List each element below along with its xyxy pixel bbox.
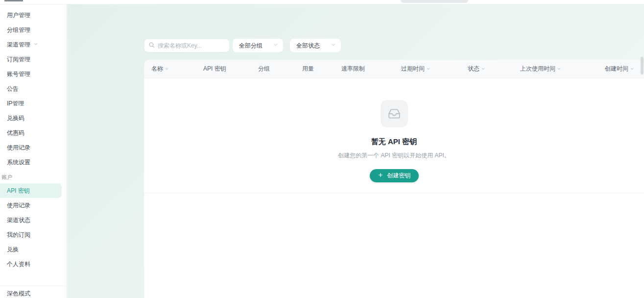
table-column-header[interactable]: 过期时间 [401,65,468,73]
table-column-header: 速率限制 [341,65,401,73]
empty-state-description: 创建您的第一个 API 密钥以开始使用 API。 [338,151,450,160]
table-column-label: 速率限制 [341,65,365,73]
table-column-header[interactable]: 上次使用时间 [520,65,605,73]
sort-chevron-icon [481,66,485,73]
sidebar-item[interactable]: 用户管理 [0,8,66,23]
sidebar-item[interactable]: API 密钥 [0,183,62,198]
sidebar-item[interactable]: 渠道管理 [0,37,66,52]
table-column-header: API 密钥 [203,65,258,73]
sidebar-item[interactable]: 公告 [0,81,66,96]
sidebar-item-label: 个人资料 [7,260,30,269]
sidebar-item-label: 兑换 [7,246,19,254]
vertical-scrollbar-thumb[interactable] [641,57,644,74]
sidebar-item[interactable]: 兑换 [0,242,66,257]
sidebar-item[interactable]: 个人资料 [0,257,66,272]
sidebar-item-label: 优惠码 [7,129,24,137]
main-content: 创建密钥 全部分组 全部状态 名称API 密钥分组用量速率限制过期时间状态上次使… [67,4,644,298]
clipped-menu-item [4,0,23,1]
dark-mode-label: 深色模式 [7,290,30,297]
group-filter-value: 全部分组 [239,42,262,50]
sort-chevron-icon [557,66,561,73]
sidebar-item[interactable]: 使用记录 [0,140,66,155]
table-column-header[interactable]: 创建时间 [605,65,644,73]
sidebar-item-label: IP管理 [7,99,24,108]
table-column-label: 创建时间 [605,65,628,73]
sidebar-item[interactable]: 订阅管理 [0,52,66,67]
table-end-divider [144,193,644,193]
sidebar-item[interactable]: 兑换码 [0,111,66,125]
create-key-button-empty[interactable]: 创建密钥 [370,169,419,182]
sidebar-item[interactable]: 使用记录 [0,198,66,213]
group-filter-select[interactable]: 全部分组 [233,39,283,52]
sort-chevron-icon [630,66,634,73]
sort-chevron-icon [165,66,169,73]
table-column-header: 用量 [302,65,341,73]
sidebar-item-label: 使用记录 [7,144,30,152]
sidebar-item[interactable]: 我的订阅 [0,227,66,242]
top-strip [0,0,644,4]
sidebar-item[interactable]: 分组管理 [0,23,66,37]
sort-chevron-icon [426,66,430,73]
sidebar-item-label: 渠道状态 [7,216,30,224]
sidebar-item-label: 分组管理 [7,26,30,34]
search-input[interactable] [158,42,225,49]
chevron-down-icon [273,42,278,49]
plus-icon [378,172,383,179]
empty-state-title: 暂无 API 密钥 [371,137,417,147]
sidebar-item[interactable]: 系统设置 [0,155,66,170]
inbox-icon [381,100,408,127]
sidebar-item[interactable]: 账号管理 [0,67,66,81]
status-filter-value: 全部状态 [296,42,320,50]
search-icon [148,41,155,50]
table-column-header[interactable]: 状态 [468,65,520,73]
table-column-label: 上次使用时间 [520,65,555,73]
sidebar: 用户管理分组管理渠道管理订阅管理账号管理公告IP管理兑换码优惠码使用记录系统设置… [0,4,67,298]
sidebar-item-label: 用户管理 [7,11,30,20]
table-column-label: 状态 [468,65,479,73]
search-box [144,39,230,52]
table-column-header[interactable]: 名称 [151,65,203,73]
chevron-down-icon [331,42,336,49]
table-column-header: 分组 [258,65,302,73]
sidebar-menu: 用户管理分组管理渠道管理订阅管理账号管理公告IP管理兑换码优惠码使用记录系统设置… [0,8,66,272]
sidebar-item[interactable]: 渠道状态 [0,213,66,227]
create-key-empty-label: 创建密钥 [387,172,411,180]
chevron-down-icon [33,41,38,48]
sidebar-section-label: 账户 [0,173,66,181]
api-keys-table-card: 名称API 密钥分组用量速率限制过期时间状态上次使用时间创建时间操作 暂无 AP… [144,60,644,298]
sidebar-item-label: 我的订阅 [7,231,30,239]
sidebar-item-label: 账号管理 [7,70,30,78]
sidebar-item-label: 渠道管理 [7,41,30,49]
sidebar-item-label: 兑换码 [7,114,24,123]
table-column-label: 名称 [151,65,163,73]
sidebar-item-label: 订阅管理 [7,55,30,64]
table-column-label: API 密钥 [203,65,226,73]
sidebar-item-label: 使用记录 [7,201,30,210]
table-header-row: 名称API 密钥分组用量速率限制过期时间状态上次使用时间创建时间操作 [144,60,644,78]
sidebar-item-label: 系统设置 [7,158,30,167]
sidebar-item[interactable]: IP管理 [0,96,66,111]
sidebar-item-label: API 密钥 [7,187,30,195]
sidebar-item-label: 公告 [7,85,19,93]
sidebar-item[interactable]: 优惠码 [0,125,66,140]
clipped-top-pill [401,0,468,3]
table-column-label: 分组 [258,65,270,73]
table-column-label: 用量 [302,65,314,73]
empty-state: 暂无 API 密钥 创建您的第一个 API 密钥以开始使用 API。 创建密钥 [144,78,644,182]
table-column-label: 过期时间 [401,65,425,73]
status-filter-select[interactable]: 全部状态 [290,39,341,52]
dark-mode-toggle[interactable]: 深色模式 [0,286,66,298]
